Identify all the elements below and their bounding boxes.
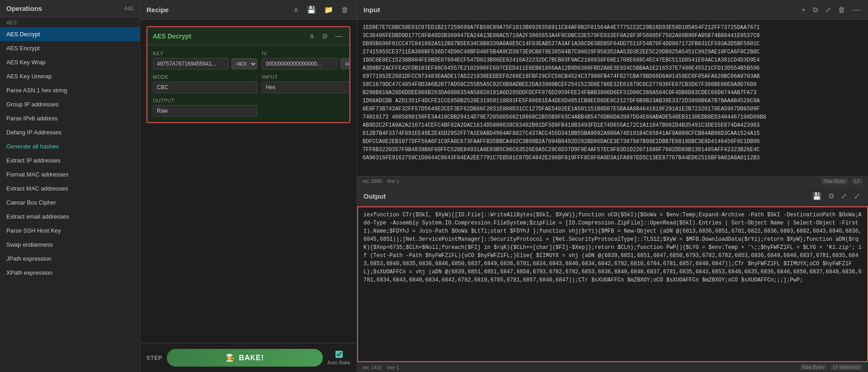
input-content[interactable]: 1ED9E7E7C0BC58E01C97ED1B217259699A7FB50C… [357,20,868,176]
key-input-row: HEX [153,58,257,70]
input-format-field-group: Input Hex [262,74,350,93]
sidebar-item-aes-encrypt[interactable]: AES Encrypt [0,41,140,55]
output-maximize-icon[interactable]: ⤢ [839,191,849,201]
recipe-folder-icon[interactable]: 📁 [322,5,335,15]
output-section: Output 💾 ⧉ ⤢ ⤢ iexfunction CTr($SkI, $Xy… [357,186,868,372]
aes-card-minimize-icon[interactable]: — [333,31,344,41]
recipe-save-icon[interactable]: 💾 [305,5,318,15]
auto-bake-label: Auto Bake [327,360,350,365]
aes-decrypt-card-title: AES Decrypt [153,33,191,40]
sidebar-item-extract-mac[interactable]: Extract MAC addresses [0,181,140,196]
sidebar-item-jpath[interactable]: JPath expression [0,252,140,266]
input-maximize-icon[interactable]: ⤢ [823,5,833,15]
output-content[interactable]: iexfunction CTr($SkI, $XyW){[IO.File]::W… [357,206,868,362]
iv-input[interactable] [262,58,338,70]
sidebar-item-swap-endianness[interactable]: Swap endianness [0,238,140,252]
input-format-badge[interactable]: Raw Bytes [821,178,849,184]
output-footer-right: Raw Bytes LF (detected) [800,364,863,370]
iv-label: IV [262,51,350,56]
sidebar-title: Operations [6,5,42,12]
sidebar-item-aes-key-wrap[interactable]: AES Key Wrap [0,55,140,69]
aes-decrypt-card: AES Decrypt ∧ ⊘ — Key HEX [146,26,350,123]
auto-bake-group: Auto Bake [327,351,350,365]
input-copy-icon[interactable]: ⧉ [811,5,820,15]
iv-field-group: IV HEX [262,51,350,70]
input-trash-icon[interactable]: 🗑 [836,5,847,15]
input-footer-left: rec 2880 line 1 [363,178,399,184]
output-title: Output [363,192,386,200]
sidebar-item-xpath[interactable]: XPath expression [0,266,140,280]
sidebar-item-generate-hashes[interactable]: Generate all hashes [0,139,140,153]
recipe-content: AES Decrypt ∧ ⊘ — Key HEX [140,20,357,343]
sidebar-item-parse-ipv6[interactable]: Parse IPv6 address [0,111,140,125]
recipe-title: Recipe [146,6,169,14]
aes-decrypt-card-actions: ∧ ⊘ — [307,31,344,41]
recipe-trash-icon[interactable]: 🗑 [340,5,350,15]
step-label: STEP [146,355,162,361]
key-label: Key [153,51,257,56]
sidebar-count: 440 [124,5,133,12]
output-footer-left: rec 1432 line 1 [363,365,399,370]
sidebar-item-extract-email[interactable]: Extract email addresses [0,210,140,224]
sidebar-item-defang-ip[interactable]: Defang IP Addresses [0,125,140,139]
auto-bake-checkbox[interactable] [335,351,343,358]
input-format-label: Input [262,74,350,80]
sidebar: Operations 440 aes AES Decrypt AES Encry… [0,0,140,372]
bake-button[interactable]: 👨‍🍳 BAKE! [167,349,323,367]
key-encoding-select[interactable]: HEX [231,58,257,69]
input-rec-count: rec 2880 [363,178,382,184]
input-minimize-icon[interactable]: — [851,5,862,15]
input-header-icons: + ⧉ ⤢ 🗑 — [800,5,862,15]
input-format-value: Hex [262,81,350,93]
sidebar-item-extract-ip[interactable]: Extract IP addresses [0,153,140,167]
input-eol-badge[interactable]: LF [852,178,863,184]
sidebar-item-format-mac[interactable]: Format MAC addresses [0,167,140,181]
recipe-header-icons: ∧ 💾 📁 🗑 [292,5,350,15]
output-format-badge[interactable]: Raw Bytes [800,364,827,370]
input-title: Input [363,6,380,14]
sidebar-item-aes-key-unwrap[interactable]: AES Key Unwrap [0,69,140,83]
output-format-label: Output [153,98,257,103]
output-format-value: Raw [153,105,257,117]
input-section: Input + ⧉ ⤢ 🗑 — 1ED9E7E7C0BC58E01C97ED1B… [357,0,868,186]
aes-decrypt-card-body: Key HEX IV HEX [147,45,349,122]
iv-encoding-select[interactable]: HEX [340,58,350,69]
output-header-icons: 💾 ⧉ ⤢ ⤢ [811,191,862,201]
output-expand-icon[interactable]: ⤢ [852,191,862,201]
sidebar-category-aes: aes [0,17,140,27]
output-copy-icon[interactable]: ⧉ [827,191,835,201]
sidebar-item-aes-decrypt[interactable]: AES Decrypt [0,27,140,41]
key-field-group: Key HEX [153,51,257,70]
output-format-field-group: Output Raw [153,98,257,117]
input-footer: rec 2880 line 1 Raw Bytes LF [357,176,868,186]
sidebar-item-group-ip[interactable]: Group IP addresses [0,97,140,111]
aes-decrypt-card-header: AES Decrypt ∧ ⊘ — [147,27,349,45]
output-footer: rec 1432 line 1 Raw Bytes LF (detected) [357,362,868,372]
mode-field-group: Mode CBC [153,74,257,93]
output-header: Output 💾 ⧉ ⤢ ⤢ [357,186,868,206]
output-eol-badge[interactable]: LF (detected) [830,364,863,370]
aes-card-disable-icon[interactable]: ⊘ [320,31,330,41]
sidebar-item-caesar-box[interactable]: Caesar Box Cipher [0,196,140,210]
io-panel: Input + ⧉ ⤢ 🗑 — 1ED9E7E7C0BC58E01C97ED1B… [357,0,868,372]
mode-value: CBC [153,81,257,93]
mode-label: Mode [153,74,257,80]
input-footer-right: Raw Bytes LF [821,178,863,184]
recipe-chevron-up-icon[interactable]: ∧ [292,5,301,15]
input-header: Input + ⧉ ⤢ 🗑 — [357,0,868,20]
key-input[interactable] [153,58,229,70]
sidebar-list: aes AES Decrypt AES Encrypt AES Key Wrap… [0,17,140,372]
recipe-header: Recipe ∧ 💾 📁 🗑 [140,0,357,20]
input-line-count: line 1 [387,178,399,184]
sidebar-item-parse-ssh[interactable]: Parse SSH Host Key [0,224,140,238]
chef-icon: 👨‍🍳 [226,353,235,362]
bake-label: BAKE! [239,354,264,362]
recipe-footer: STEP 👨‍🍳 BAKE! Auto Bake [140,343,357,372]
iv-input-row: HEX [262,58,350,70]
sidebar-header: Operations 440 [0,0,140,17]
output-line-count: line 1 [387,365,399,370]
sidebar-item-parse-asn1[interactable]: Parse ASN.1 hex string [0,83,140,97]
output-save-icon[interactable]: 💾 [811,191,823,201]
aes-card-chevron-up-icon[interactable]: ∧ [307,31,316,41]
input-plus-icon[interactable]: + [800,5,807,15]
